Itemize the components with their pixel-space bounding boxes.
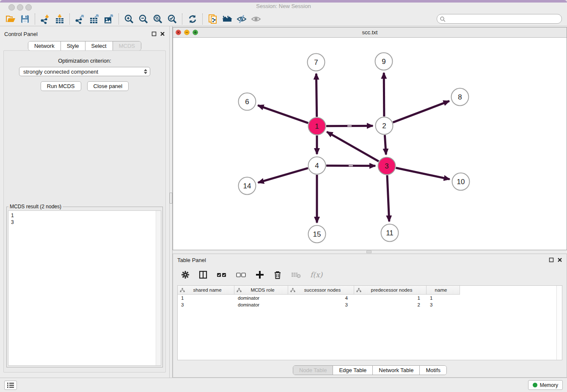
vertical-splitter[interactable] [169,26,173,378]
panel-list-button[interactable] [4,381,17,390]
column-header-predecessor-nodes[interactable]: predecessor nodes [354,286,427,294]
float-panel-icon[interactable] [151,31,157,36]
column-header-MCDS-role[interactable]: MCDS role [234,286,288,294]
graph-edge-4-14[interactable] [258,168,308,182]
graph-node-6[interactable]: 6 [239,93,256,110]
show-graphics-details-button[interactable] [249,13,263,25]
svg-text:10: 10 [457,178,465,186]
graph-edge-2-9[interactable] [384,73,384,116]
network-graph[interactable]: 1234678910111415 [173,38,567,250]
function-builder-icon[interactable]: f(x) [310,271,322,279]
refresh-network-button[interactable] [185,13,200,25]
graph-node-11[interactable]: 11 [381,224,399,242]
export-table-button[interactable] [87,13,102,25]
result-line: 3 [11,219,154,226]
graph-node-10[interactable]: 10 [452,173,470,190]
column-header-successor-nodes[interactable]: successor nodes [288,286,354,294]
search-field[interactable] [437,14,562,24]
memory-button[interactable]: Memory [528,380,563,390]
import-network-button[interactable] [38,13,52,25]
column-label: successor nodes [295,287,354,293]
table-row[interactable]: 3dominator323 [178,301,557,308]
graph-node-7[interactable]: 7 [308,54,325,71]
zoom-fit-button[interactable] [151,13,165,25]
delete-table-icon[interactable] [291,270,302,279]
import-table-button[interactable] [52,13,67,25]
select-all-icon[interactable] [216,270,227,279]
run-mcds-button[interactable]: Run MCDS [41,81,81,91]
table-cell[interactable]: 3 [427,302,460,307]
graph-edge-3-10[interactable] [396,168,450,179]
graph-node-14[interactable]: 14 [239,177,256,195]
tab-edge-table[interactable]: Edge Table [333,366,372,375]
column-header-name[interactable]: name [427,286,460,294]
graph-node-8[interactable]: 8 [451,88,469,106]
table-settings-icon[interactable] [181,270,190,279]
table-cell[interactable]: 1 [427,295,460,301]
graph-node-9[interactable]: 9 [375,53,393,70]
network-view-title: scc.txt [173,29,567,36]
tab-select[interactable]: Select [85,41,113,50]
home-view-button[interactable] [220,13,234,25]
table-cell[interactable]: 3 [178,302,234,307]
network-canvas[interactable]: 1234678910111415 [173,38,567,250]
split-view-icon[interactable] [198,270,208,279]
svg-text:9: 9 [382,58,385,66]
result-line: 1 [11,212,154,219]
graph-node-4[interactable]: 4 [308,157,326,174]
delete-column-icon[interactable] [273,270,282,279]
toolbar-separator [69,14,70,25]
zoom-selected-button[interactable] [165,13,179,25]
graph-edge-3-11[interactable] [387,175,389,221]
graph-node-2[interactable]: 2 [376,117,393,135]
horizontal-splitter-handle[interactable] [366,251,372,253]
open-session-button[interactable] [3,13,18,25]
table-cell[interactable]: dominator [234,302,288,307]
export-network-button[interactable] [73,13,87,25]
graph-node-15[interactable]: 15 [308,226,326,243]
criterion-dropdown[interactable]: strongly connected component [19,67,150,76]
table-row[interactable]: 1dominator411 [178,295,557,301]
graph-node-3[interactable]: 3 [378,157,396,175]
table-cell[interactable]: dominator [234,295,288,301]
network-window-titlebar[interactable]: scc.txt [173,28,567,38]
table-cell[interactable]: 1 [178,295,234,301]
tab-motifs[interactable]: Motifs [419,366,446,375]
svg-text:3: 3 [385,162,388,170]
close-panel-icon[interactable] [557,257,562,262]
save-session-button[interactable] [18,13,32,25]
tab-node-table[interactable]: Node Table [293,366,333,375]
mcds-result-box[interactable]: 13 [8,210,161,366]
export-image-button[interactable] [102,13,116,25]
table-cell[interactable]: 3 [288,302,354,307]
column-label: name [427,287,460,293]
zoom-in-button[interactable] [122,13,136,25]
table-cell[interactable]: 1 [354,295,427,301]
deselect-all-icon[interactable] [236,270,247,279]
graph-edge-1-6[interactable] [258,105,308,123]
add-column-icon[interactable] [255,270,264,279]
graph-edge-2-3[interactable] [385,135,386,155]
graph-node-1[interactable]: 1 [308,118,326,135]
graph-edge-1-7[interactable] [316,74,317,117]
table-scrollbar[interactable] [556,286,562,360]
node-table[interactable]: shared nameMCDS rolesuccessor nodesprede… [177,285,562,360]
result-scrollbar[interactable] [156,211,161,365]
tab-network[interactable]: Network [28,41,61,50]
tab-network-table[interactable]: Network Table [372,366,419,375]
graph-edge-2-8[interactable] [393,101,449,123]
float-panel-icon[interactable] [549,257,554,262]
tab-mcds[interactable]: MCDS [113,41,141,50]
search-input[interactable] [447,15,561,23]
graph-edge-3-1[interactable] [327,132,378,161]
close-panel-button[interactable]: Close panel [87,81,129,91]
table-cell[interactable]: 4 [288,295,354,301]
column-header-shared-name[interactable]: shared name [178,286,234,294]
splitter-handle[interactable] [170,193,172,204]
hide-graphics-details-button[interactable] [234,13,249,25]
zoom-out-button[interactable] [136,13,151,25]
table-cell[interactable]: 2 [354,302,427,307]
clone-network-button[interactable] [206,13,220,25]
close-panel-icon[interactable] [160,31,165,36]
tab-style[interactable]: Style [61,41,85,50]
